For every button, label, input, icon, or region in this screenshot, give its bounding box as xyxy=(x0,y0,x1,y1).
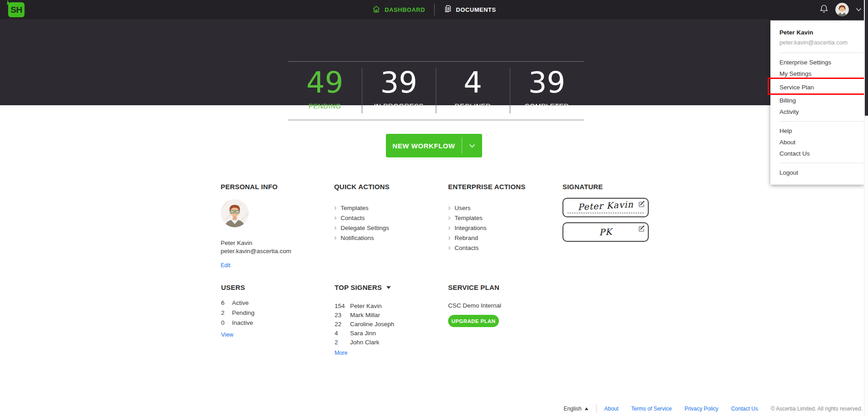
quick-actions-title: QUICK ACTIONS xyxy=(334,183,441,191)
scrollbar-thumb[interactable] xyxy=(865,0,868,116)
edit-signature-icon[interactable] xyxy=(638,201,645,209)
personal-info-section: PERSONAL INFO Peter Kavin peter.kavin@as… xyxy=(221,183,327,269)
hero-section: 49 PENDING 39 IN PROGRESS 4 DECLINED 39 … xyxy=(0,19,868,105)
footer-link-about[interactable]: About xyxy=(604,406,618,412)
tab-documents[interactable]: DOCUMENTS xyxy=(444,5,496,15)
stat-in-progress-value: 39 xyxy=(380,68,417,97)
user-menu-dropdown: Peter Kavin peter.kavin@ascertia.com Ent… xyxy=(770,20,864,185)
stat-completed-label: COMPLETED xyxy=(525,102,569,110)
tab-dashboard[interactable]: DASHBOARD xyxy=(372,5,425,15)
caret-down-icon[interactable] xyxy=(386,286,391,289)
menu-item-about[interactable]: About xyxy=(770,137,864,148)
new-workflow-button-group: NEW WORKFLOW xyxy=(386,134,482,157)
signer-count: 2 xyxy=(335,339,350,346)
upgrade-plan-button[interactable]: UPGRADE PLAN xyxy=(448,315,499,327)
menu-item-billing[interactable]: Billing xyxy=(770,95,864,106)
quick-action-label: Contacts xyxy=(340,215,365,221)
enterprise-actions-title: ENTERPRISE ACTIONS xyxy=(448,183,555,191)
stat-pending[interactable]: 49 PENDING xyxy=(288,62,362,120)
enterprise-action-users[interactable]: › Users xyxy=(448,203,555,213)
plan-name: CSC Demo Internal xyxy=(448,302,559,309)
chevron-down-icon xyxy=(469,142,475,150)
users-active-label: Active xyxy=(232,299,249,306)
menu-item-service-plan[interactable]: Service Plan xyxy=(770,79,864,95)
quick-action-label: Notifications xyxy=(340,235,374,241)
service-plan-section: SERVICE PLAN CSC Demo Internal UPGRADE P… xyxy=(448,284,559,327)
users-active-count: 6 xyxy=(221,299,232,306)
menu-item-logout[interactable]: Logout xyxy=(770,167,864,178)
new-workflow-button[interactable]: NEW WORKFLOW xyxy=(386,134,462,157)
language-label: English xyxy=(564,406,582,412)
menu-divider xyxy=(779,53,864,53)
topbar: SH DASHBOARD xyxy=(0,0,868,19)
menu-item-contact-us[interactable]: Contact Us xyxy=(770,148,864,159)
caret-up-icon xyxy=(585,407,588,410)
profile-name: Peter Kavin xyxy=(221,239,327,247)
edit-initials-icon[interactable] xyxy=(638,225,645,234)
signer-row: 154 Peter Kavin xyxy=(335,301,446,310)
stat-in-progress-label: IN PROGRESS xyxy=(374,102,424,110)
enterprise-actions-section: ENTERPRISE ACTIONS › Users › Templates ›… xyxy=(448,183,555,253)
signer-row: 22 Caroline Joseph xyxy=(335,319,446,328)
user-avatar[interactable] xyxy=(835,3,849,16)
enterprise-action-templates[interactable]: › Templates xyxy=(448,213,555,223)
bell-icon[interactable] xyxy=(819,4,829,16)
chevron-down-icon[interactable] xyxy=(856,5,862,14)
enterprise-action-label: Contacts xyxy=(454,245,478,251)
footer-divider xyxy=(596,404,597,413)
more-signers-link[interactable]: More xyxy=(335,350,347,356)
stat-in-progress[interactable]: 39 IN PROGRESS xyxy=(362,62,436,120)
quick-action-label: Templates xyxy=(340,205,369,211)
footer-link-privacy[interactable]: Privacy Policy xyxy=(685,406,719,412)
workflow-stats: 49 PENDING 39 IN PROGRESS 4 DECLINED 39 … xyxy=(288,61,584,120)
new-workflow-dropdown-button[interactable] xyxy=(462,134,482,157)
signer-count: 23 xyxy=(335,312,350,318)
home-icon xyxy=(372,5,380,15)
signature-full-box[interactable]: Peter Kavin xyxy=(562,198,649,217)
footer-link-terms[interactable]: Terms of Service xyxy=(631,406,671,412)
stat-completed[interactable]: 39 COMPLETED xyxy=(510,62,584,120)
signature-section: SIGNATURE Peter Kavin PK xyxy=(562,183,653,242)
edit-profile-link[interactable]: Edit xyxy=(221,262,231,269)
enterprise-action-rebrand[interactable]: › Rebrand xyxy=(448,233,555,243)
tab-dashboard-label: DASHBOARD xyxy=(385,6,425,13)
menu-divider xyxy=(779,121,864,122)
quick-action-notifications[interactable]: › Notifications xyxy=(334,233,441,243)
quick-action-delegate-settings[interactable]: › Delegate Settings xyxy=(334,223,441,233)
vertical-scrollbar[interactable] xyxy=(864,0,868,416)
signer-count: 22 xyxy=(335,321,350,328)
tab-documents-label: DOCUMENTS xyxy=(456,6,496,13)
menu-user-name: Peter Kavin xyxy=(770,26,864,37)
quick-action-templates[interactable]: › Templates xyxy=(334,203,441,213)
enterprise-action-label: Templates xyxy=(454,215,483,221)
menu-item-activity[interactable]: Activity xyxy=(770,106,864,117)
top-signers-title: TOP SIGNERS xyxy=(335,284,382,291)
top-signers-section: TOP SIGNERS 154 Peter Kavin 23 Mark Mill… xyxy=(335,284,446,357)
stat-completed-value: 39 xyxy=(528,68,565,97)
enterprise-action-contacts[interactable]: › Contacts xyxy=(448,243,555,253)
enterprise-action-label: Rebrand xyxy=(454,235,478,241)
signer-name: Caroline Joseph xyxy=(350,321,395,328)
signer-row: 23 Mark Millar xyxy=(335,310,446,319)
users-row-inactive: 0 Inactive xyxy=(221,318,328,328)
menu-user-email: peter.kavin@ascertia.com xyxy=(770,37,864,49)
chevron-right-icon: › xyxy=(448,215,450,221)
chevron-right-icon: › xyxy=(448,235,450,241)
enterprise-action-integrations[interactable]: › Integrations xyxy=(448,223,555,233)
menu-item-my-settings[interactable]: My Settings xyxy=(770,68,864,79)
menu-item-enterprise-settings[interactable]: Enterprise Settings xyxy=(770,57,864,68)
view-users-link[interactable]: View xyxy=(221,332,233,338)
signer-count: 154 xyxy=(335,303,350,309)
quick-action-label: Delegate Settings xyxy=(340,225,389,231)
signature-initials-text: PK xyxy=(563,225,648,239)
menu-item-help[interactable]: Help xyxy=(770,125,864,137)
app-logo[interactable]: SH xyxy=(8,2,25,17)
signer-row: 2 John Clark xyxy=(335,338,446,347)
stat-declined[interactable]: 4 DECLINED xyxy=(436,62,510,120)
signature-initials-box[interactable]: PK xyxy=(562,222,649,242)
footer-link-contact[interactable]: Contact Us xyxy=(731,406,758,412)
quick-actions-section: QUICK ACTIONS › Templates › Contacts › D… xyxy=(334,183,441,243)
language-selector[interactable]: English xyxy=(564,406,588,412)
quick-action-contacts[interactable]: › Contacts xyxy=(334,213,441,223)
stat-declined-label: DECLINED xyxy=(455,102,491,110)
